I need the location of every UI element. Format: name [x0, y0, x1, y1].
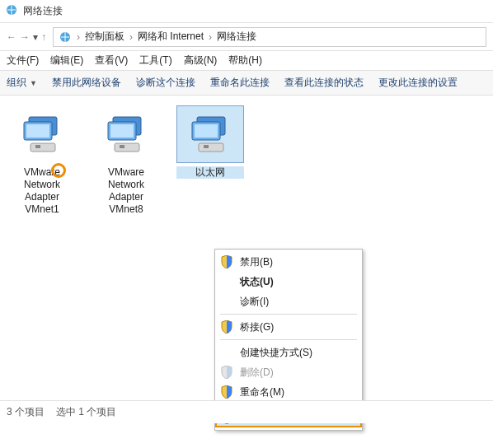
toolbar-organize[interactable]: 组织 ▼	[7, 76, 37, 90]
breadcrumb[interactable]: › 控制面板 › 网络和 Internet › 网络连接	[53, 27, 486, 47]
ctx-disable[interactable]: 禁用(B)	[215, 252, 362, 272]
adapter-label: 以太网	[176, 166, 244, 179]
network-connections-icon	[5, 3, 18, 19]
toolbar-diagnose[interactable]: 诊断这个连接	[136, 76, 195, 90]
shield-icon	[221, 366, 232, 381]
breadcrumb-network-connections[interactable]: 网络连接	[217, 30, 256, 44]
adapter-list: VMware Network Adapter VMnet1 VMware Net…	[8, 105, 485, 216]
shield-icon	[221, 255, 232, 271]
network-connections-icon	[59, 30, 72, 44]
svg-rect-15	[199, 143, 223, 152]
toolbar-change-settings[interactable]: 更改此连接的设置	[378, 76, 458, 90]
ctx-diagnose[interactable]: 诊断(I)	[215, 292, 362, 311]
menu-view[interactable]: 查看(V)	[95, 54, 128, 68]
address-bar: ← → ▾ ↑ › 控制面板 › 网络和 Internet › 网络连接	[0, 23, 493, 51]
titlebar: 网络连接	[0, 0, 493, 23]
svg-rect-9	[110, 124, 134, 138]
network-adapter-icon	[187, 115, 233, 153]
svg-rect-5	[31, 143, 55, 152]
svg-rect-4	[26, 124, 49, 138]
svg-rect-14	[195, 124, 218, 138]
shield-icon	[221, 320, 232, 336]
chevron-right-icon: ›	[209, 31, 212, 43]
status-selected-count: 选中 1 个项目	[56, 405, 116, 419]
back-button[interactable]: ←	[7, 31, 16, 43]
chevron-right-icon: ›	[129, 31, 133, 43]
menu-tools[interactable]: 工具(T)	[139, 54, 171, 68]
menu-advanced[interactable]: 高级(N)	[184, 54, 218, 68]
content-area: VMware Network Adapter VMnet1 VMware Net…	[0, 96, 493, 423]
nav-arrows: ← → ▾ ↑	[7, 31, 46, 43]
svg-rect-16	[204, 145, 209, 148]
adapter-label: VMware Network Adapter VMnet1	[8, 166, 76, 216]
window-title: 网络连接	[23, 4, 63, 18]
adapter-ethernet[interactable]: 以太网	[176, 105, 244, 216]
svg-rect-6	[35, 145, 40, 148]
ctx-status[interactable]: 状态(U)	[215, 272, 362, 292]
breadcrumb-network-internet[interactable]: 网络和 Internet	[138, 30, 204, 44]
svg-rect-10	[115, 143, 139, 152]
ctx-delete: 删除(D)	[215, 362, 362, 382]
ctx-separator	[220, 314, 357, 315]
menu-bar: 文件(F) 编辑(E) 查看(V) 工具(T) 高级(N) 帮助(H)	[0, 51, 493, 71]
ctx-disable-label: 禁用(B)	[240, 255, 273, 269]
ctx-status-label: 状态(U)	[240, 275, 274, 289]
toolbar-view-status[interactable]: 查看此连接的状态	[284, 76, 364, 90]
adapter-vmnet8[interactable]: VMware Network Adapter VMnet8	[92, 105, 160, 216]
highlight-marker-icon	[51, 163, 66, 178]
ctx-separator	[220, 339, 357, 340]
toolbar-organize-label: 组织	[7, 76, 26, 90]
adapter-vmnet1[interactable]: VMware Network Adapter VMnet1	[8, 105, 76, 216]
toolbar-rename[interactable]: 重命名此连接	[210, 76, 270, 90]
forward-button[interactable]: →	[20, 31, 30, 43]
ctx-rename[interactable]: 重命名(M)	[215, 382, 362, 402]
ctx-shortcut-label: 创建快捷方式(S)	[240, 346, 312, 360]
ctx-delete-label: 删除(D)	[240, 366, 274, 380]
adapter-label: VMware Network Adapter VMnet8	[92, 166, 160, 216]
ctx-rename-label: 重命名(M)	[240, 385, 284, 399]
status-item-count: 3 个项目	[7, 405, 45, 419]
up-button[interactable]: ↑	[41, 31, 46, 43]
breadcrumb-control-panel[interactable]: 控制面板	[85, 30, 124, 44]
chevron-right-icon: ›	[77, 31, 80, 43]
menu-help[interactable]: 帮助(H)	[228, 54, 262, 68]
ctx-bridge-label: 桥接(G)	[240, 320, 274, 334]
svg-rect-11	[120, 145, 124, 148]
ctx-diagnose-label: 诊断(I)	[240, 295, 269, 309]
network-adapter-icon	[19, 115, 65, 153]
network-adapter-icon	[103, 115, 149, 153]
ctx-bridge[interactable]: 桥接(G)	[215, 317, 362, 337]
ctx-create-shortcut[interactable]: 创建快捷方式(S)	[215, 343, 362, 362]
status-bar: 3 个项目 选中 1 个项目	[0, 400, 493, 423]
toolbar: 组织 ▼ 禁用此网络设备 诊断这个连接 重命名此连接 查看此连接的状态 更改此连…	[0, 71, 493, 96]
chevron-down-icon: ▼	[30, 79, 37, 87]
menu-file[interactable]: 文件(F)	[7, 54, 39, 68]
shield-icon	[221, 385, 232, 401]
menu-edit[interactable]: 编辑(E)	[50, 54, 83, 68]
toolbar-disable-device[interactable]: 禁用此网络设备	[52, 76, 121, 90]
